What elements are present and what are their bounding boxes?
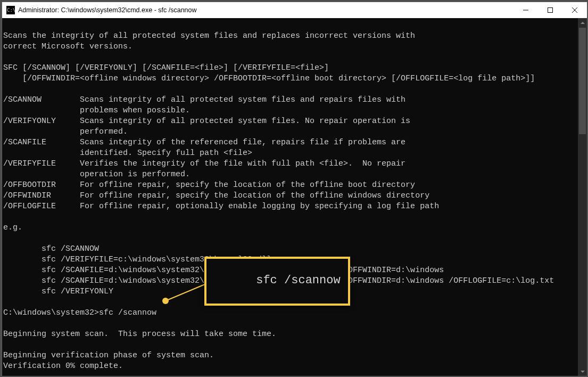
maximize-icon bbox=[548, 7, 553, 13]
terminal-output[interactable]: Scans the integrity of all protected sys… bbox=[2, 18, 578, 376]
console-client-area: Scans the integrity of all protected sys… bbox=[2, 18, 587, 376]
scrollbar-up-arrow[interactable] bbox=[578, 18, 587, 27]
window-title: Administrator: C:\windows\system32\cmd.e… bbox=[18, 6, 197, 14]
chevron-up-icon bbox=[581, 21, 585, 25]
annotation-callout-text: sfc /scannow bbox=[256, 274, 340, 287]
cmd-window: Administrator: C:\windows\system32\cmd.e… bbox=[2, 2, 587, 376]
chevron-down-icon bbox=[581, 370, 585, 374]
titlebar[interactable]: Administrator: C:\windows\system32\cmd.e… bbox=[2, 2, 587, 18]
minimize-button[interactable] bbox=[514, 2, 538, 18]
annotation-callout: sfc /scannow bbox=[204, 257, 350, 306]
scrollbar-thumb[interactable] bbox=[579, 28, 586, 134]
maximize-button[interactable] bbox=[538, 2, 562, 18]
annotation-anchor-dot bbox=[162, 298, 169, 304]
close-icon bbox=[572, 7, 577, 13]
cmd-app-icon bbox=[6, 6, 15, 14]
vertical-scrollbar[interactable] bbox=[578, 18, 587, 376]
close-button[interactable] bbox=[562, 2, 587, 18]
svg-rect-0 bbox=[548, 8, 553, 13]
minimize-icon bbox=[523, 7, 528, 13]
scrollbar-down-arrow[interactable] bbox=[578, 367, 587, 376]
